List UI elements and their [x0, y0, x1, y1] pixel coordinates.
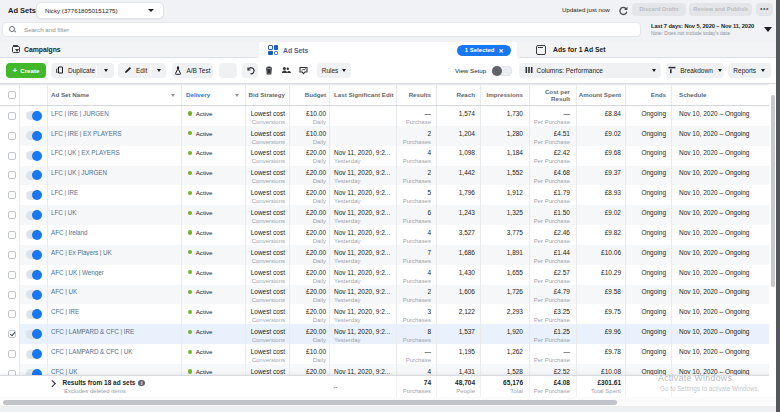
active-toggle[interactable] [26, 230, 41, 239]
chevron-down-icon[interactable] [104, 69, 108, 72]
chevron-down-icon[interactable] [764, 27, 772, 32]
row-checkbox[interactable] [8, 350, 16, 358]
ad-set-name-link[interactable]: LFC | UK [51, 209, 181, 216]
ad-set-name-link[interactable]: LFC | UK | JURGEN [51, 169, 181, 176]
view-setup-toggle[interactable] [492, 66, 512, 76]
ad-set-name-link[interactable]: LFC | IRE | EX PLAYERS [51, 130, 181, 137]
active-toggle[interactable] [26, 270, 41, 279]
expand-icon[interactable] [49, 380, 55, 386]
active-toggle[interactable] [26, 250, 41, 259]
breakdown-button[interactable]: Breakdown [666, 63, 724, 78]
table-row[interactable]: LFC | UK | EX PLAYERSActiveLowest costCo… [0, 146, 780, 166]
table-row[interactable]: AFC | UK | WengerActiveLowest costConver… [0, 265, 780, 285]
delete-button[interactable] [261, 63, 276, 78]
row-checkbox[interactable] [8, 152, 16, 160]
active-toggle[interactable] [26, 111, 41, 120]
ad-set-name-link[interactable]: AFC | UK | Wenger [51, 269, 181, 276]
close-icon[interactable]: ✕ [498, 47, 503, 54]
tab-ad-sets[interactable]: Ad Sets 1 Selected✕ [259, 42, 517, 58]
ad-set-name-link[interactable]: AFC | Ireland [51, 229, 181, 236]
row-checkbox[interactable] [8, 112, 16, 120]
date-range-picker[interactable]: Last 7 days: Nov 5, 2020 – Nov 11, 2020 … [651, 23, 754, 37]
sort-icon[interactable] [171, 94, 175, 97]
table-row[interactable]: LFC | UKActiveLowest costConversions£20.… [0, 205, 780, 225]
active-toggle[interactable] [26, 191, 41, 200]
more-options-button[interactable]: ••• [756, 3, 773, 16]
selected-count-pill[interactable]: 1 Selected✕ [457, 45, 511, 56]
row-checkbox[interactable] [8, 291, 16, 299]
table-row[interactable]: LFC | UK | JURGENActiveLowest costConver… [0, 166, 780, 186]
col-last-edit[interactable]: Last Significant Edit [334, 91, 396, 99]
col-budget[interactable]: Budget [305, 91, 326, 99]
undo-button[interactable] [242, 63, 258, 78]
active-toggle[interactable] [26, 330, 41, 339]
col-delivery[interactable]: Delivery [186, 91, 210, 99]
reports-button[interactable]: Reports [728, 63, 771, 78]
col-impressions[interactable]: Impressions [487, 91, 523, 99]
review-publish-button[interactable]: Review and Publish [689, 3, 752, 16]
sort-icon[interactable] [235, 94, 239, 97]
row-checkbox[interactable] [8, 310, 16, 318]
search-input[interactable]: Search and filter [2, 22, 641, 37]
select-all-checkbox[interactable] [8, 91, 16, 99]
row-checkbox[interactable] [8, 271, 16, 279]
col-amount-spent[interactable]: Amount Spent [579, 91, 621, 99]
ad-set-name-link[interactable]: LFC | IRE [51, 189, 181, 196]
table-row[interactable]: LFC | IRE | JURGENActiveLowest costConve… [0, 106, 780, 126]
row-checkbox[interactable] [8, 211, 16, 219]
duplicate-button[interactable]: Duplicate [51, 63, 114, 78]
table-row[interactable]: LFC | IREActiveLowest costConversions£20… [0, 185, 780, 205]
active-toggle[interactable] [26, 310, 41, 319]
account-dropdown[interactable]: Nicky (377618050151275) [36, 2, 164, 19]
col-ends[interactable]: Ends [651, 91, 666, 99]
active-toggle[interactable] [26, 211, 41, 220]
active-toggle[interactable] [26, 151, 41, 160]
active-toggle[interactable] [26, 350, 41, 359]
ad-set-name-link[interactable]: CFC | LAMPARD & CFC | IRE [51, 328, 181, 335]
rules-button[interactable]: Rules [317, 63, 351, 78]
tab-campaigns[interactable]: Campaigns [0, 42, 257, 58]
table-row[interactable]: LFC | IRE | EX PLAYERSActiveLowest costC… [0, 126, 780, 146]
col-results[interactable]: Results [409, 91, 431, 99]
row-checkbox[interactable] [8, 132, 16, 140]
table-row[interactable]: CFC | LAMPARD & CFC | IREActiveLowest co… [0, 324, 780, 344]
row-checkbox[interactable] [8, 231, 16, 239]
tab-ads[interactable]: Ads for 1 Ad Set [519, 42, 780, 58]
active-toggle[interactable] [26, 131, 41, 140]
row-checkbox[interactable] [8, 171, 16, 179]
row-checkbox[interactable] [8, 191, 16, 199]
vertical-scrollbar[interactable] [771, 95, 776, 287]
table-row[interactable]: AFC | IrelandActiveLowest costConversion… [0, 225, 780, 245]
col-bid-strategy[interactable]: Bid Strategy [249, 91, 285, 99]
col-schedule[interactable]: Schedule [679, 91, 780, 99]
col-ad-set-name[interactable]: Ad Set Name [51, 91, 89, 99]
discard-drafts-button[interactable]: Discard Drafts [632, 3, 686, 16]
row-checkbox[interactable] [8, 330, 16, 338]
info-icon[interactable]: i [138, 380, 145, 387]
active-toggle[interactable] [26, 171, 41, 180]
col-reach[interactable]: Reach [456, 91, 475, 99]
ad-set-name-link[interactable]: CFC | LAMPARD & CFC | UK [51, 348, 181, 355]
table-row[interactable]: CFC | IREActiveLowest costConversions£20… [0, 304, 780, 324]
ab-test-button[interactable]: A/B Test [172, 63, 213, 78]
ad-set-name-link[interactable]: CFC | IRE [51, 308, 181, 315]
ad-set-name-link[interactable]: AFC | UK [51, 288, 181, 295]
ad-set-name-link[interactable]: AFC | Ex Players | UK [51, 249, 181, 256]
ad-set-name-link[interactable]: LFC | UK | EX PLAYERS [51, 149, 181, 156]
ad-set-name-link[interactable]: CFC | UK [51, 368, 181, 375]
table-row[interactable]: CFC | LAMPARD & CFC | UKActiveLowest cos… [0, 344, 780, 364]
col-cost-per-result[interactable]: Cost perResult [545, 88, 570, 103]
table-row[interactable]: AFC | Ex Players | UKActiveLowest costCo… [0, 245, 780, 265]
create-button[interactable]: +Create [6, 63, 46, 78]
inspect-button[interactable] [295, 63, 312, 78]
ad-set-name-link[interactable]: LFC | IRE | JURGEN [51, 110, 181, 117]
chevron-down-icon[interactable] [157, 69, 161, 72]
horizontal-scrollbar[interactable] [3, 400, 617, 405]
columns-button[interactable]: Columns: Performance [519, 63, 662, 78]
row-checkbox[interactable] [8, 251, 16, 259]
table-row[interactable]: AFC | UKActiveLowest costConversions£20.… [0, 285, 780, 305]
audience-button[interactable] [278, 63, 293, 78]
edit-button[interactable]: Edit [118, 63, 166, 78]
refresh-icon[interactable] [618, 6, 628, 16]
active-toggle[interactable] [26, 290, 41, 299]
